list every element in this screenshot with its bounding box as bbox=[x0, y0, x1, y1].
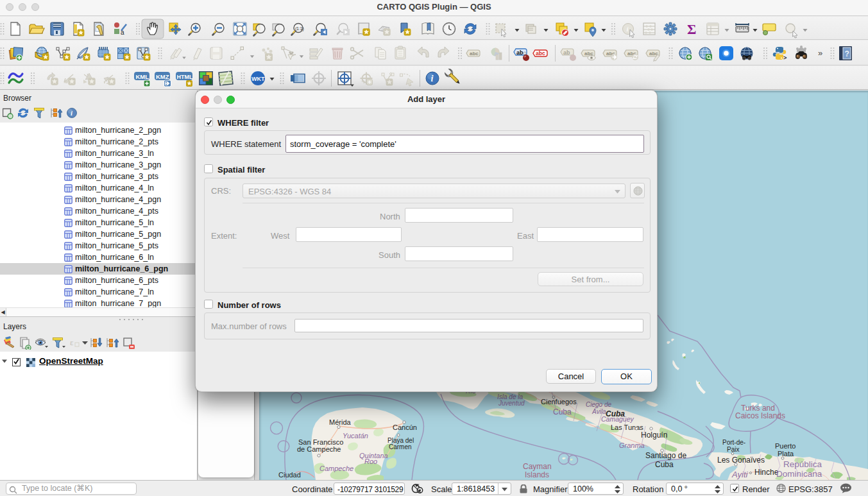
svg-text:de Campeche: de Campeche bbox=[297, 445, 341, 453]
svg-text:(1:1): (1:1) bbox=[295, 26, 303, 31]
svg-text:ab: ab bbox=[563, 49, 570, 56]
svg-text:Cuba: Cuba bbox=[655, 460, 674, 469]
svg-text:Cancún: Cancún bbox=[393, 423, 417, 431]
svg-text:Caicos Islands: Caicos Islands bbox=[735, 411, 785, 420]
svg-text:Yucatán: Yucatán bbox=[343, 432, 368, 440]
svg-text:Juventud: Juventud bbox=[498, 400, 525, 407]
svg-text:Cayman: Cayman bbox=[523, 462, 552, 471]
svg-text:Port-de-: Port-de- bbox=[722, 439, 745, 446]
svg-text:Ciego de: Ciego de bbox=[586, 401, 611, 408]
svg-text:Mérida: Mérida bbox=[329, 418, 352, 426]
svg-text:Les Gonaïves: Les Gonaïves bbox=[717, 456, 765, 465]
svg-text:Santiago de: Santiago de bbox=[645, 451, 686, 460]
svg-text:Carmen: Carmen bbox=[389, 443, 412, 450]
svg-text:?: ? bbox=[845, 49, 849, 58]
svg-text:Hinche: Hinche bbox=[754, 468, 779, 477]
svg-text:Puerto: Puerto bbox=[775, 442, 796, 450]
svg-text:Plata: Plata bbox=[778, 450, 794, 458]
svg-text:República: República bbox=[783, 459, 822, 469]
svg-text:»: » bbox=[818, 48, 822, 58]
svg-text:HTML: HTML bbox=[177, 74, 193, 80]
svg-text:Dominicana: Dominicana bbox=[776, 469, 822, 479]
svg-text:abc: abc bbox=[536, 50, 545, 56]
svg-text:Camagüey: Camagüey bbox=[601, 415, 634, 423]
svg-text:KML: KML bbox=[136, 73, 149, 80]
svg-text:Holguín: Holguín bbox=[641, 431, 667, 440]
svg-text:Ciudad: Ciudad bbox=[278, 471, 301, 479]
svg-text:KMZ: KMZ bbox=[156, 73, 169, 80]
svg-text:>: > bbox=[783, 55, 787, 62]
svg-text:Paix: Paix bbox=[727, 446, 739, 453]
svg-text:a: a bbox=[121, 29, 124, 36]
svg-text:Cuba: Cuba bbox=[553, 407, 572, 416]
svg-text:ab: ab bbox=[516, 49, 523, 56]
svg-text:i: i bbox=[431, 74, 434, 83]
svg-text:Σ: Σ bbox=[687, 21, 696, 37]
svg-text:ε: ε bbox=[70, 338, 74, 347]
svg-text:WKT: WKT bbox=[251, 76, 265, 82]
svg-text:Ávila: Ávila bbox=[591, 407, 606, 415]
svg-text:Ayiti: Ayiti bbox=[731, 470, 749, 479]
svg-text:Cienfuegos: Cienfuegos bbox=[541, 398, 577, 406]
svg-text:Granma: Granma bbox=[619, 441, 645, 449]
svg-text:Roo: Roo bbox=[364, 458, 377, 465]
svg-text:Islands: Islands bbox=[525, 470, 549, 479]
svg-text:Las Tunas: Las Tunas bbox=[611, 423, 643, 431]
svg-text:Campeche: Campeche bbox=[319, 465, 353, 472]
